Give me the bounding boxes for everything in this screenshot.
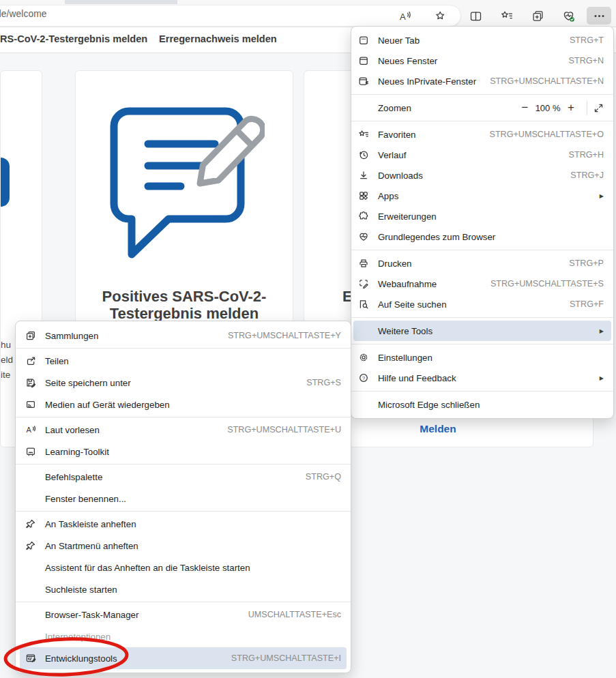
collections-icon[interactable] — [529, 7, 546, 25]
menu-divider — [16, 464, 351, 465]
icon-placeholder — [357, 102, 369, 114]
zoom-out-button[interactable]: − — [517, 101, 532, 115]
menu-item-label: Neuer Tab — [378, 35, 561, 46]
menu-item-an-startmenue-anheften[interactable]: An Startmenü anheften — [16, 535, 351, 557]
menu-item-microsoft-edge-schliessen[interactable]: Microsoft Edge schließen — [351, 394, 613, 415]
menu-divider — [351, 391, 613, 392]
menu-item-zoomen[interactable]: Zoomen−100 %+ — [351, 98, 613, 118]
chevron-right-icon: ▶ — [600, 193, 604, 199]
essentials-icon — [357, 231, 369, 243]
svg-text:A: A — [26, 426, 31, 434]
text-fragment: ite — [1, 370, 15, 380]
menu-item-label: Auf Seite suchen — [378, 299, 561, 310]
menu-item-label: Weitere Tools — [378, 326, 593, 336]
icon-placeholder — [25, 562, 36, 574]
menu-item-shortcut: STRG+UMSCHALTTASTE+U — [227, 425, 341, 434]
menu-divider — [351, 121, 613, 121]
menu-item-label: Drucken — [378, 259, 561, 269]
menu-divider — [16, 602, 351, 602]
menu-divider — [16, 348, 351, 349]
menu-item-label: Browser-Task-Manager — [45, 610, 240, 620]
menu-item-sammlungen[interactable]: SammlungenSTRG+UMSCHALTTASTE+Y — [16, 325, 351, 347]
address-url[interactable]: de/welcome — [0, 9, 47, 19]
print-icon — [357, 258, 369, 269]
menu-item-apps[interactable]: Apps▶ — [351, 186, 613, 206]
favorites-bar-icon[interactable] — [498, 7, 516, 25]
menu-item-grundlegendes-zum-browser[interactable]: Grundlegendes zum Browser — [351, 226, 613, 247]
menu-divider — [351, 317, 613, 318]
read-aloud-icon[interactable]: A — [396, 7, 413, 25]
menu-item-drucken[interactable]: DruckenSTRG+P — [351, 253, 613, 274]
menu-item-label: Apps — [378, 191, 593, 201]
browser-toolbar: de/welcome A — [0, 4, 616, 27]
menu-divider — [351, 94, 613, 95]
menu-item-neues-inprivate-fenster[interactable]: Neues InPrivate-FensterSTRG+UMSCHALTTAST… — [351, 71, 613, 91]
menu-item-fenster-benennen[interactable]: Fenster benennen... — [16, 488, 351, 510]
favorites-icon — [357, 129, 369, 141]
menu-item-label: Suchleiste starten — [45, 585, 341, 595]
menu-item-auf-seite-suchen[interactable]: Auf Seite suchenSTRG+F — [351, 294, 613, 314]
menu-item-internetoptionen: Internetoptionen — [16, 625, 351, 647]
menu-item-assistent-anheften-taskleiste[interactable]: Assistent für das Anheften an die Taskle… — [16, 557, 351, 578]
menu-item-downloads[interactable]: DownloadsSTRG+J — [351, 165, 613, 186]
menu-item-label: Favoriten — [378, 130, 482, 140]
menu-item-hilfe-und-feedback[interactable]: ?Hilfe und Feedback▶ — [351, 368, 613, 388]
card-title-line2: Testergebnis melden — [76, 305, 293, 322]
menu-item-learning-toolkit[interactable]: Learning-Toolkit — [16, 441, 351, 462]
menu-item-shortcut: STRG+F — [570, 299, 604, 309]
menu-item-label: Grundlegendes zum Browser — [378, 232, 604, 242]
menu-item-label: Teilen — [45, 356, 341, 366]
browser-essentials-icon[interactable] — [559, 7, 577, 25]
menu-item-verlauf[interactable]: VerlaufSTRG+H — [351, 145, 613, 165]
site-tab-testergebnis[interactable]: RS-CoV-2-Testergebnis melden — [0, 33, 147, 44]
menu-item-einstellungen[interactable]: Einstellungen — [351, 347, 613, 368]
menu-item-entwicklungstools[interactable]: EntwicklungstoolsSTRG+UMSCHALTTASTE+I — [20, 647, 347, 669]
menu-item-webaufnahme[interactable]: WebaufnahmeSTRG+UMSCHALTTASTE+S — [351, 274, 613, 294]
menu-item-shortcut: STRG+UMSCHALTTASTE+O — [490, 130, 604, 139]
chevron-right-icon: ▶ — [600, 375, 604, 381]
menu-item-befehlspalette[interactable]: BefehlspaletteSTRG+Q — [16, 466, 351, 488]
icon-placeholder — [357, 325, 369, 337]
menu-item-an-taskleiste-anheften[interactable]: An Taskleiste anheften — [16, 513, 351, 535]
menu-divider — [351, 344, 613, 344]
zoom-in-button[interactable]: + — [563, 101, 578, 115]
menu-item-label: Befehlspalette — [45, 472, 297, 482]
speech-bubble-pencil-icon — [104, 103, 265, 260]
menu-divider — [16, 417, 351, 417]
menu-item-favoriten[interactable]: FavoritenSTRG+UMSCHALTTASTE+O — [351, 124, 613, 145]
menu-item-teilen[interactable]: Teilen — [16, 350, 351, 372]
split-screen-icon[interactable] — [467, 7, 484, 25]
menu-item-suchleiste-starten[interactable]: Suchleiste starten — [16, 578, 351, 600]
new-tab-icon — [357, 35, 369, 46]
menu-item-label: Medien auf Gerät wiedergeben — [45, 400, 341, 410]
menu-item-label: An Startmenü anheften — [45, 541, 341, 551]
menu-item-label: Entwicklungstools — [45, 653, 223, 664]
web-capture-icon — [357, 278, 369, 290]
menu-item-label: An Taskleiste anheften — [45, 519, 341, 529]
help-icon: ? — [357, 372, 369, 384]
menu-item-label: Sammlungen — [45, 331, 220, 341]
svg-text:?: ? — [362, 375, 364, 381]
melden-link[interactable]: Melden — [397, 423, 479, 435]
menu-item-neues-fenster[interactable]: Neues FensterSTRG+N — [351, 50, 613, 71]
icon-placeholder — [25, 609, 36, 621]
menu-item-label: Assistent für das Anheften an die Taskle… — [45, 563, 341, 573]
fullscreen-icon[interactable] — [593, 103, 604, 113]
save-page-icon — [25, 377, 36, 389]
address-bar[interactable] — [0, 5, 461, 27]
menu-item-erweiterungen[interactable]: Erweiterungen — [351, 206, 613, 226]
menu-item-seite-speichern-unter[interactable]: Seite speichern unterSTRG+S — [16, 372, 351, 394]
menu-item-shortcut: STRG+UMSCHALTTASTE+Y — [228, 331, 341, 340]
history-icon — [357, 149, 369, 161]
menu-item-weitere-tools[interactable]: Weitere Tools▶ — [353, 321, 611, 341]
left-card-icon-fragment — [1, 158, 10, 207]
favorite-star-icon[interactable] — [431, 7, 449, 25]
more-menu-icon[interactable] — [587, 7, 611, 25]
menu-item-medien-auf-geraet-wiedergeben[interactable]: Medien auf Gerät wiedergeben — [16, 394, 351, 415]
menu-item-laut-vorlesen[interactable]: ALaut vorlesenSTRG+UMSCHALTTASTE+U — [16, 419, 351, 441]
menu-item-browser-task-manager[interactable]: Browser-Task-ManagerUMSCHALTTASTE+Esc — [16, 604, 351, 625]
menu-item-neuer-tab[interactable]: Neuer TabSTRG+T — [351, 30, 613, 50]
extensions-icon — [357, 211, 369, 222]
icon-placeholder — [25, 471, 36, 483]
site-tab-erregernachweis[interactable]: Erregernachweis melden — [159, 33, 277, 44]
